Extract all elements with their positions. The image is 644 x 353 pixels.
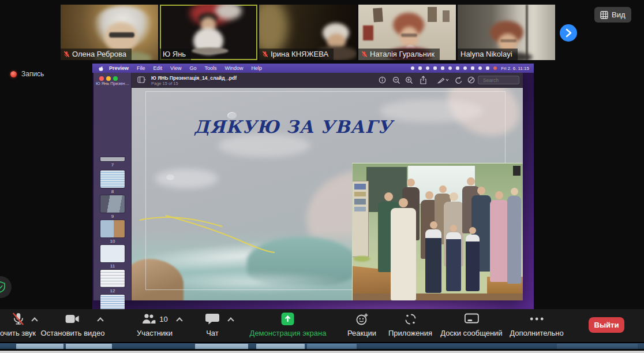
menu-item-tools[interactable]: Tools xyxy=(200,65,220,71)
thumbnail-page-10[interactable]: 10 xyxy=(93,220,132,244)
status-icon[interactable] xyxy=(486,66,489,70)
status-icon[interactable] xyxy=(471,66,474,70)
status-icon[interactable] xyxy=(463,66,467,70)
minimize-window-icon[interactable] xyxy=(106,76,111,81)
grid-view-icon xyxy=(600,11,608,19)
participant-video-yu-yan[interactable]: Ю Янь xyxy=(160,5,257,60)
status-icon[interactable] xyxy=(456,66,459,70)
thumbnail-page-11[interactable]: 11 xyxy=(93,245,132,269)
participant-video-iryna[interactable]: Ірина КНЯЖЕВА xyxy=(259,5,357,60)
recording-indicator: Запись xyxy=(10,70,44,78)
menu-item-help[interactable]: Help xyxy=(247,65,266,71)
menu-item-go[interactable]: Go xyxy=(185,65,200,71)
zoom-out-icon[interactable] xyxy=(392,76,400,84)
whiteboard-button[interactable]: Доски сообщений xyxy=(440,312,502,337)
participant-face xyxy=(400,27,418,47)
more-button[interactable]: Дополнительно xyxy=(510,312,564,337)
whiteboard-icon xyxy=(464,313,479,325)
participant-video-olena[interactable]: Олена Реброва xyxy=(61,5,158,60)
menu-item-window[interactable]: Window xyxy=(220,65,247,71)
reactions-button[interactable]: Реакции xyxy=(347,312,376,337)
status-icon[interactable] xyxy=(433,66,437,70)
participant-nametag: Олена Реброва xyxy=(61,49,132,60)
wall-picture xyxy=(363,25,373,40)
markup-pen-icon[interactable] xyxy=(437,76,449,84)
share-icon[interactable] xyxy=(420,76,427,84)
yellow-annotation-stroke xyxy=(132,88,523,300)
menu-item-edit[interactable]: Edit xyxy=(149,65,167,71)
crop-icon[interactable] xyxy=(467,76,475,84)
menu-item-file[interactable]: File xyxy=(133,65,149,71)
participant-name: Наталія Гуральник xyxy=(370,50,435,58)
apps-button[interactable]: Приложения xyxy=(388,312,432,337)
participants-button[interactable]: 10 Участники xyxy=(137,312,173,337)
participant-name: Олена Реброва xyxy=(72,50,126,58)
more-label: Дополнительно xyxy=(510,329,564,337)
thumbnail-number: 12 xyxy=(110,288,115,294)
reactions-label: Реакции xyxy=(347,329,376,337)
thumbnail-number: 11 xyxy=(110,263,115,269)
status-icon[interactable] xyxy=(493,66,497,70)
status-icon[interactable] xyxy=(411,66,414,70)
stop-video-label: Остановить видео xyxy=(41,329,105,337)
next-participants-button[interactable] xyxy=(560,24,577,42)
window-title: Ю ЯНЬ Презентація_14_слайд_.pdf xyxy=(151,75,237,81)
status-icon[interactable] xyxy=(426,66,429,70)
status-icon[interactable] xyxy=(448,66,452,70)
status-icon[interactable] xyxy=(441,66,444,70)
thumbnail-page-9[interactable]: 9 xyxy=(93,195,132,220)
thumbnail-image xyxy=(100,295,125,309)
reactions-smiley-icon xyxy=(355,313,369,326)
pdf-slide: ДЯКУЮ ЗА УВАГУ xyxy=(132,88,523,300)
macos-menu-bar: Preview File Edit View Go Tools Window H… xyxy=(92,64,534,73)
mic-muted-icon xyxy=(11,312,25,326)
view-button[interactable]: Вид xyxy=(594,7,631,23)
thumbnail-page-8[interactable]: 8 xyxy=(93,170,132,195)
zoom-window-icon[interactable] xyxy=(113,76,118,81)
search-input[interactable] xyxy=(483,77,516,83)
participant-video-nataliia[interactable]: Наталія Гуральник xyxy=(358,5,456,60)
participant-nametag: Ірина КНЯЖЕВА xyxy=(259,49,334,60)
thumbnail-page-12[interactable]: 12 xyxy=(93,270,132,294)
close-window-icon[interactable] xyxy=(99,76,104,81)
info-icon[interactable] xyxy=(379,76,386,84)
window-controls xyxy=(99,76,118,81)
status-icon[interactable] xyxy=(418,66,422,70)
thumbnail-image xyxy=(100,157,125,161)
unmute-button[interactable]: очить звук xyxy=(0,312,36,337)
participant-nametag: Наталія Гуральник xyxy=(358,49,440,60)
chat-button[interactable]: Чат xyxy=(205,312,220,337)
participants-icon xyxy=(141,313,156,325)
thumbnail-image xyxy=(100,270,125,287)
participant-hands xyxy=(192,47,229,54)
mic-muted-icon xyxy=(63,51,70,58)
status-icon[interactable] xyxy=(478,66,482,70)
zoom-in-icon[interactable] xyxy=(405,76,413,84)
sidebar-document-title: Ю Янь Презент... xyxy=(96,81,129,86)
leave-meeting-button[interactable]: Выйти xyxy=(589,317,624,333)
shield-icon xyxy=(0,281,6,293)
mic-muted-icon xyxy=(262,51,268,58)
search-field[interactable] xyxy=(478,76,519,84)
video-camera-icon xyxy=(65,314,80,324)
record-dot-icon xyxy=(10,71,17,77)
wall-picture xyxy=(428,7,437,22)
rotate-icon[interactable] xyxy=(455,76,463,84)
participant-video-halyna[interactable]: Halyna Nikolayi xyxy=(458,5,555,60)
thumbnail-page-7[interactable]: 7 xyxy=(93,157,132,168)
share-screen-label: Демонстрация экрана xyxy=(250,329,327,337)
thumbnail-number: 10 xyxy=(110,239,115,244)
participants-count: 10 xyxy=(159,315,167,324)
thumbnail-number: 8 xyxy=(111,189,114,195)
stop-video-button[interactable]: Остановить видео xyxy=(41,312,105,337)
security-shield-button[interactable] xyxy=(0,276,12,298)
more-dots-icon xyxy=(529,317,544,321)
sidebar-toggle-icon[interactable] xyxy=(137,76,146,83)
thumbnail-page-13[interactable]: 13 xyxy=(93,295,132,309)
participant-glasses xyxy=(109,32,134,38)
menu-item-view[interactable]: View xyxy=(166,65,185,71)
participant-name: Halyna Nikolayi xyxy=(460,50,512,58)
thumbnail-image xyxy=(100,220,125,237)
share-screen-button[interactable]: Демонстрация экрана xyxy=(250,312,327,337)
menu-item-preview[interactable]: Preview xyxy=(105,65,133,71)
